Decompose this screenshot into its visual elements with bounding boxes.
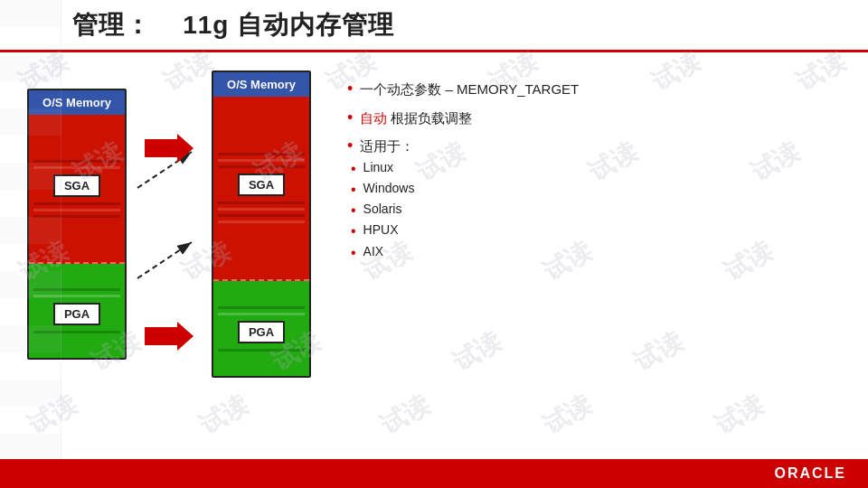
dashed-arrow-svg xyxy=(137,134,201,351)
sub-bullets-list: •Linux•Windows•Solaris•HPUX•AIX xyxy=(351,160,841,261)
bullet-2-auto: 自动 xyxy=(360,110,387,126)
bullet-1: • 一个动态参数 – MEMORY_TARGET xyxy=(347,80,841,99)
bullet-1-text: 一个动态参数 – MEMORY_TARGET xyxy=(360,80,579,99)
sub-bullet-item: •Windows xyxy=(351,181,841,198)
bullet-2-suffix: 根据负载调整 xyxy=(387,110,472,126)
sub-bullet-dot: • xyxy=(351,181,356,198)
oracle-logo: ORACLE xyxy=(774,465,846,482)
bullet-2-dot: • xyxy=(347,108,353,128)
diagrams-area: O/S Memory SGA PGA xyxy=(27,70,311,378)
left-accent-bar xyxy=(0,0,61,488)
bullet-1-dot: • xyxy=(347,80,353,99)
svg-line-3 xyxy=(137,242,192,278)
sub-bullet-item: •AIX xyxy=(351,244,841,261)
sub-bullet-text: Linux xyxy=(363,160,393,174)
right-memory-box: O/S Memory SGA PGA xyxy=(212,70,311,378)
bottom-red-arrow xyxy=(145,322,193,351)
sub-bullet-dot: • xyxy=(351,222,356,239)
bullet-2-text: 自动 根据负载调整 xyxy=(360,108,472,127)
sub-bullet-text: AIX xyxy=(363,244,384,258)
title-main: 11g 自动内存管理 xyxy=(183,11,394,39)
bullet-3-text: 适用于： xyxy=(360,136,414,155)
right-pga-label: PGA xyxy=(238,321,285,343)
sub-bullet-item: •Linux xyxy=(351,160,841,177)
top-red-arrow xyxy=(145,134,193,163)
info-panel: • 一个动态参数 – MEMORY_TARGET • 自动 根据负载调整 • 适… xyxy=(347,70,841,261)
title-prefix: 管理： xyxy=(72,11,151,39)
right-sga-label: SGA xyxy=(238,174,285,196)
sub-bullet-dot: • xyxy=(351,244,356,261)
sub-bullet-item: •HPUX xyxy=(351,222,841,239)
footer: ORACLE xyxy=(0,459,868,488)
bullet-3-group: • 适用于： •Linux•Windows•Solaris•HPUX•AIX xyxy=(347,136,841,261)
header: 管理： 11g 自动内存管理 xyxy=(0,0,868,52)
sub-bullet-item: •Solaris xyxy=(351,202,841,219)
sub-bullet-text: Solaris xyxy=(363,202,402,216)
bullet-2: • 自动 根据负载调整 xyxy=(347,108,841,128)
bullet-3-dot: • xyxy=(347,136,353,156)
sub-bullet-dot: • xyxy=(351,160,356,177)
sub-bullet-text: Windows xyxy=(363,181,415,195)
right-os-memory-label: O/S Memory xyxy=(213,72,309,97)
sub-bullet-dot: • xyxy=(351,202,356,219)
main-content: O/S Memory SGA PGA xyxy=(0,52,868,456)
bullet-3: • 适用于： xyxy=(347,136,841,156)
page-title: 管理： 11g 自动内存管理 xyxy=(72,8,394,42)
sub-bullet-text: HPUX xyxy=(363,222,399,237)
